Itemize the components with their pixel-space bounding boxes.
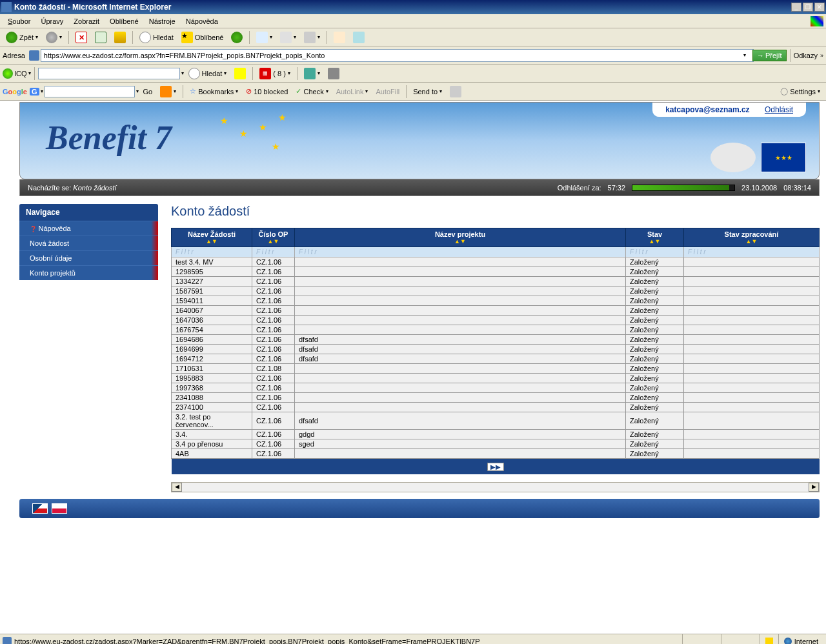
messenger-button[interactable] [350, 30, 368, 45]
ie-status-bar: https://www.eu-zadost.cz/zadost.aspx?Mar… [0, 634, 826, 644]
scroll-right-button[interactable]: ▶ [809, 483, 819, 492]
table-row[interactable]: 1647036CZ.1.06Založený [172, 316, 820, 325]
cell-state: Založený [626, 374, 684, 383]
google-bookmarks-button[interactable]: ☆ Bookmarks▾ [186, 85, 241, 97]
table-row[interactable]: 1995883CZ.1.06Založený [172, 374, 820, 383]
cell-name: 1710631 [172, 364, 252, 374]
google-autolink-button[interactable]: AutoLink▾ [333, 86, 372, 97]
address-input[interactable] [41, 49, 754, 62]
app-banner: katcapova@seznam.cz Odhlásit Benefit 7 ★… [19, 102, 820, 179]
stop-button[interactable]: ✕ [72, 30, 90, 45]
back-button[interactable]: Zpět ▾ [3, 30, 41, 45]
menu-favorites[interactable]: Oblíbené [105, 16, 144, 26]
cell-processing [684, 267, 820, 277]
discuss-button[interactable] [330, 30, 348, 45]
menu-view[interactable]: Zobrazit [68, 16, 105, 26]
google-settings-button[interactable]: ◯ Settings▾ [777, 85, 823, 97]
google-sitelinks-button[interactable]: ▾ [157, 84, 179, 99]
home-button[interactable] [111, 30, 129, 45]
flag-czech-icon[interactable] [32, 503, 48, 514]
mail-button[interactable]: ▾ [253, 30, 276, 45]
nav-item-projects[interactable]: Konto projektů [19, 265, 158, 280]
col-header-project[interactable]: Název projektu▲▼ [295, 228, 626, 247]
icq-skin-button[interactable] [325, 66, 343, 81]
filter-project[interactable]: F i l t r [295, 247, 626, 257]
table-row[interactable]: 1594011CZ.1.06Založený [172, 296, 820, 306]
col-header-state[interactable]: Stav▲▼ [626, 228, 684, 247]
pager-next-button[interactable]: ▶▶ [487, 463, 504, 471]
col-header-op[interactable]: Číslo OP▲▼ [252, 228, 295, 247]
table-row[interactable]: 3.4.CZ.1.06gdgdZaložený [172, 430, 820, 439]
refresh-button[interactable] [92, 30, 110, 45]
google-g-icon[interactable]: G [30, 88, 39, 96]
cell-name: 1647036 [172, 316, 252, 325]
table-row[interactable]: 3.4 po přenosuCZ.1.06sgedZaložený [172, 439, 820, 449]
history-button[interactable] [228, 30, 246, 45]
google-search-input[interactable] [45, 86, 135, 97]
filter-name[interactable]: F i l t r [172, 247, 252, 257]
filter-op[interactable]: F i l t r [252, 247, 295, 257]
table-row[interactable]: 1710631CZ.1.08Založený [172, 364, 820, 374]
table-row[interactable]: 1694699CZ.1.06dfsafdZaložený [172, 345, 820, 354]
favorites-button[interactable]: ★ Oblíbené [178, 30, 227, 45]
flag-polish-icon[interactable] [52, 503, 67, 514]
print-button[interactable]: ▾ [277, 30, 299, 45]
table-row[interactable]: 1587591CZ.1.06Založený [172, 287, 820, 296]
table-row[interactable]: test 3.4. MVCZ.1.06Založený [172, 257, 820, 267]
google-go-button[interactable]: Go [140, 86, 156, 97]
table-row[interactable]: 1334227CZ.1.06Založený [172, 277, 820, 287]
google-blocked-button[interactable]: ⊘ 10 blocked [243, 85, 291, 97]
table-row[interactable]: 2341088CZ.1.06Založený [172, 393, 820, 403]
table-row[interactable]: 1640067CZ.1.06Založený [172, 306, 820, 316]
icq-people-button[interactable]: ▾ [301, 66, 323, 81]
cell-project [295, 306, 626, 316]
back-arrow-icon [6, 32, 17, 43]
icq-search-input[interactable] [38, 68, 180, 79]
cell-state: Založený [626, 335, 684, 345]
table-row[interactable]: 1694712CZ.1.06dfsafdZaložený [172, 354, 820, 364]
cell-op: CZ.1.06 [252, 439, 295, 449]
chevron-down-icon[interactable]: ▾ [743, 52, 746, 58]
menu-file[interactable]: Soubor [3, 16, 35, 26]
minimize-button[interactable]: _ [791, 3, 801, 12]
table-row[interactable]: 3.2. test po červencov...CZ.1.06dfsafdZa… [172, 412, 820, 430]
table-row[interactable]: 1694686CZ.1.06dfsafdZaložený [172, 335, 820, 345]
google-check-button[interactable]: ✓ Check▾ [292, 85, 331, 97]
table-row[interactable]: 1676754CZ.1.06Založený [172, 325, 820, 335]
table-row[interactable]: 2374100CZ.1.06Založený [172, 403, 820, 412]
links-label[interactable]: Odkazy [794, 52, 818, 59]
forward-button[interactable]: ▾ [43, 30, 65, 45]
edit-button[interactable]: ▾ [301, 30, 323, 45]
breadcrumb-label: Nacházíte se: [28, 184, 71, 192]
cell-state: Založený [626, 345, 684, 354]
scroll-left-button[interactable]: ◀ [172, 483, 182, 492]
search-button[interactable]: Hledat [136, 30, 177, 45]
col-header-name[interactable]: Název Žádosti▲▼ [172, 228, 252, 247]
menu-edit[interactable]: Úpravy [35, 16, 68, 26]
nav-item-help[interactable]: Nápověda [19, 221, 158, 236]
col-header-processing[interactable]: Stav zpracování▲▼ [684, 228, 820, 247]
windows-logo-icon [811, 16, 823, 26]
table-row[interactable]: 4ABCZ.1.06Založený [172, 449, 820, 459]
close-button[interactable]: ✕ [814, 3, 825, 12]
nav-item-new-request[interactable]: Nová žádost [19, 236, 158, 250]
star-icon: ★ [181, 32, 193, 43]
google-options-button[interactable] [447, 84, 465, 99]
google-send-button[interactable]: Send to▾ [410, 86, 445, 97]
menu-help[interactable]: Nápověda [181, 16, 223, 26]
table-row[interactable]: 1298595CZ.1.06Založený [172, 267, 820, 277]
go-button[interactable]: → Přejít [752, 50, 787, 61]
restore-button[interactable]: ❐ [803, 3, 813, 12]
filter-state[interactable]: F i l t r [626, 247, 684, 257]
filter-processing[interactable]: F i l t r [684, 247, 820, 257]
menu-tools[interactable]: Nástroje [144, 16, 181, 26]
icq-search-button[interactable]: Hledat▾ [185, 66, 230, 81]
logout-link[interactable]: Odhlásit [765, 105, 793, 114]
nav-item-personal[interactable]: Osobní údaje [19, 250, 158, 265]
table-row[interactable]: 1997368CZ.1.06Založený [172, 383, 820, 393]
horizontal-scrollbar[interactable]: ◀ ▶ [171, 482, 820, 492]
icq-tabs-button[interactable]: ▦( 8 )▾ [256, 66, 294, 81]
google-autofill-button[interactable]: AutoFill [372, 86, 403, 97]
google-toolbar: Google G ▾ ▾ Go ▾ ☆ Bookmarks▾ ⊘ 10 bloc… [0, 83, 826, 101]
icq-highlight-button[interactable] [231, 66, 249, 81]
